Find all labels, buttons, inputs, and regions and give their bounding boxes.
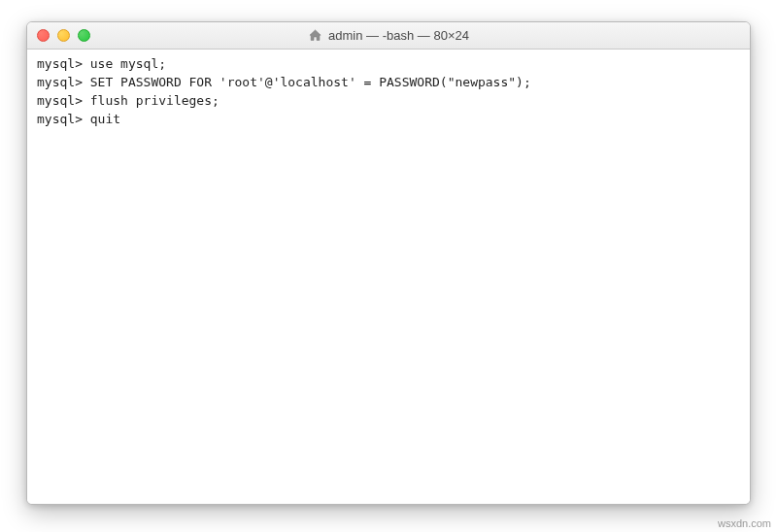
terminal-line: mysql> flush privileges; [37,92,740,111]
home-icon [308,28,322,43]
traffic-lights [37,29,90,42]
terminal-window: admin — -bash — 80×24 mysql> use mysql;m… [26,21,751,505]
command-text: SET PASSWORD FOR 'root'@'localhost' = PA… [90,75,531,89]
watermark: wsxdn.com [718,517,771,529]
terminal-body[interactable]: mysql> use mysql;mysql> SET PASSWORD FOR… [27,50,750,504]
prompt: mysql> [37,56,83,71]
close-button[interactable] [37,29,50,42]
terminal-line: mysql> SET PASSWORD FOR 'root'@'localhos… [37,74,740,92]
window-titlebar[interactable]: admin — -bash — 80×24 [27,22,750,50]
terminal-line: mysql> use mysql; [37,55,740,74]
prompt: mysql> [37,93,83,108]
minimize-button[interactable] [57,29,70,42]
command-text: quit [90,112,120,126]
command-text: use mysql; [90,56,166,71]
prompt: mysql> [37,112,83,126]
window-title-group: admin — -bash — 80×24 [308,28,469,43]
prompt: mysql> [37,75,83,89]
window-title: admin — -bash — 80×24 [328,28,469,43]
terminal-line: mysql> quit [37,111,740,129]
command-text: flush privileges; [90,93,220,108]
maximize-button[interactable] [78,29,90,42]
